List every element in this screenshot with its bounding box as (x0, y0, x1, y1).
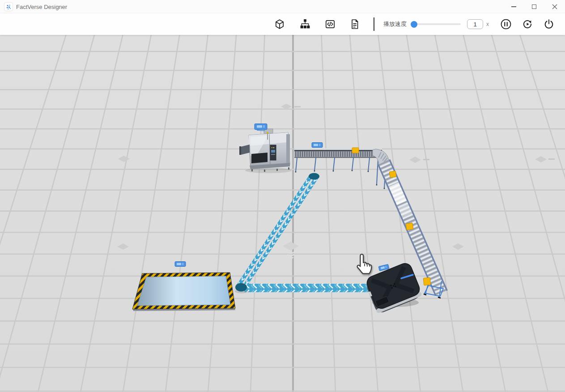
origin-marker (283, 242, 299, 258)
speed-multiplier-label: x (486, 21, 489, 27)
minimize-button[interactable] (503, 0, 524, 13)
reset-icon (522, 18, 534, 30)
window-title: FactVerse Designer (16, 4, 67, 10)
grid-markers (117, 104, 555, 250)
hierarchy-icon (299, 18, 311, 30)
3d-viewport[interactable] (0, 35, 565, 392)
app-logo-icon (4, 3, 13, 11)
app-window: FactVerse Designer (0, 0, 565, 392)
platform-tag (175, 262, 186, 267)
model-library-button[interactable] (274, 18, 285, 30)
cnc-machine[interactable] (239, 129, 292, 173)
path-node-top[interactable] (309, 173, 319, 180)
hand-cursor-icon (357, 254, 371, 273)
title-bar: FactVerse Designer (0, 0, 565, 13)
pause-icon (500, 18, 512, 30)
floor-grid (0, 35, 565, 392)
minimize-icon (511, 6, 516, 7)
power-button[interactable] (543, 18, 555, 30)
speed-slider[interactable] (411, 23, 461, 25)
window-controls (503, 0, 565, 13)
toolbar: 播放速度 x (0, 13, 565, 35)
maximize-icon (532, 4, 536, 9)
close-icon (552, 4, 557, 9)
agv-path-horizontal[interactable] (244, 284, 378, 292)
toolbar-divider (374, 17, 374, 31)
agv-robot[interactable] (364, 261, 423, 315)
path-node-left[interactable] (235, 283, 247, 292)
hierarchy-button[interactable] (299, 18, 311, 30)
code-icon (324, 18, 336, 30)
cube-icon (274, 18, 285, 30)
playback-speed-label: 播放速度 (383, 20, 407, 28)
conveyor-tag (312, 143, 323, 148)
pallet-platform[interactable] (132, 273, 235, 311)
reset-simulation-button[interactable] (522, 18, 534, 30)
close-button[interactable] (544, 0, 565, 13)
speed-slider-thumb[interactable] (411, 21, 417, 28)
speed-input[interactable] (467, 19, 483, 29)
power-icon (543, 18, 555, 30)
script-button[interactable] (324, 18, 336, 30)
document-icon (349, 18, 361, 30)
pause-button[interactable] (500, 18, 512, 30)
maximize-button[interactable] (524, 0, 544, 13)
document-button[interactable] (349, 18, 361, 30)
machine-tag (255, 124, 267, 130)
